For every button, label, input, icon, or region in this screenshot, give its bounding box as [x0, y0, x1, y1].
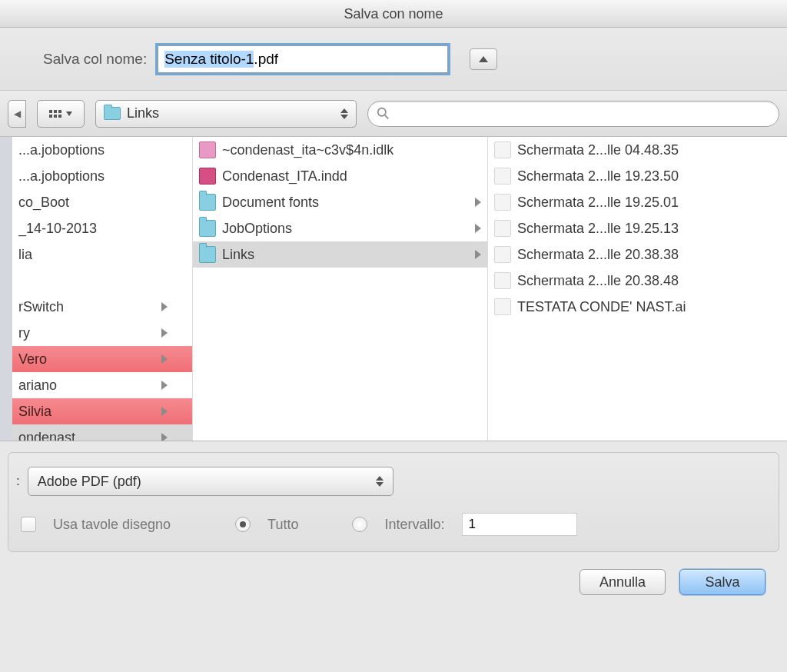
- range-input[interactable]: [462, 513, 577, 536]
- item-label: rSwitch: [18, 299, 157, 315]
- item-label: ...a.joboptions: [18, 168, 157, 185]
- file-icon: [494, 272, 511, 289]
- chevron-right-icon: [161, 302, 168, 311]
- chevron-right-icon: [161, 433, 168, 441]
- chevron-up-icon: [479, 56, 488, 62]
- item-label: JobOptions: [222, 221, 470, 237]
- item-label: Vero: [18, 351, 157, 368]
- item-label: lia: [18, 247, 157, 263]
- item-label: TESTATA CONDE' NAST.ai: [517, 299, 755, 315]
- folder-icon: [104, 107, 121, 120]
- folder-icon: [199, 220, 216, 237]
- list-item[interactable]: ~condenast_ita~c3v$4n.idlk: [193, 137, 487, 163]
- item-label: Schermata 2...lle 20.38.48: [517, 273, 755, 289]
- column-2[interactable]: ~condenast_ita~c3v$4n.idlkCondenast_ITA.…: [192, 137, 487, 441]
- list-item[interactable]: JobOptions: [193, 215, 487, 241]
- expand-toggle-button[interactable]: [470, 48, 497, 70]
- range-label: Intervallo:: [384, 517, 444, 533]
- list-item[interactable]: lia: [12, 241, 192, 268]
- filename-input[interactable]: [158, 45, 448, 73]
- list-item[interactable]: ariano: [12, 372, 192, 398]
- search-icon: [377, 107, 390, 120]
- item-label: ariano: [18, 378, 157, 394]
- chevron-right-icon: [161, 354, 168, 364]
- file-icon: [494, 246, 511, 263]
- use-artboards-checkbox[interactable]: [21, 517, 36, 532]
- format-value: Adobe PDF (pdf): [38, 474, 376, 490]
- list-item[interactable]: Condenast_ITA.indd: [193, 163, 487, 189]
- column-1[interactable]: ...a.joboptions...a.joboptionsco_Boot_14…: [0, 137, 192, 441]
- list-item[interactable]: Schermata 2...lle 19.25.13: [488, 215, 787, 241]
- list-item[interactable]: Schermata 2...lle 20.38.38: [488, 241, 787, 268]
- view-mode-button[interactable]: [37, 100, 85, 128]
- file-icon: [494, 194, 511, 211]
- list-item[interactable]: co_Boot: [12, 189, 192, 215]
- action-buttons: Annulla Salva: [0, 563, 787, 609]
- list-item[interactable]: _14-10-2013: [12, 215, 192, 241]
- item-label: Schermata 2...lle 19.25.01: [517, 195, 755, 211]
- item-label: Schermata 2...lle 20.38.38: [517, 247, 755, 263]
- folder-icon: [199, 246, 216, 263]
- file-icon: [494, 168, 511, 185]
- svg-line-1: [385, 115, 388, 118]
- save-button[interactable]: Salva: [679, 569, 765, 595]
- item-label: Schermata 2...lle 19.23.50: [517, 168, 755, 185]
- file-icon: [494, 141, 511, 158]
- options-panel: : Adobe PDF (pdf) Usa tavole disegno Tut…: [8, 452, 779, 552]
- browser-toolbar: ◀ Links: [0, 91, 787, 137]
- file-icon: [494, 298, 511, 315]
- svg-point-0: [378, 108, 386, 115]
- format-popup[interactable]: Adobe PDF (pdf): [28, 467, 394, 496]
- list-item[interactable]: Schermata 2...lle 19.25.01: [488, 189, 787, 215]
- search-input[interactable]: [367, 101, 779, 127]
- stepper-icon: [376, 476, 384, 487]
- list-item[interactable]: TESTATA CONDE' NAST.ai: [488, 294, 787, 320]
- all-radio[interactable]: [235, 517, 251, 532]
- location-popup[interactable]: Links: [95, 100, 357, 128]
- list-item[interactable]: ry: [12, 320, 192, 346]
- chevron-right-icon: [475, 198, 481, 207]
- save-name-row: Salva col nome:: [0, 28, 787, 91]
- list-item[interactable]: ondenast: [12, 424, 192, 441]
- chevron-right-icon: [161, 407, 168, 416]
- chevron-right-icon: [475, 224, 481, 233]
- list-item[interactable]: Schermata 2...lle 04.48.35: [488, 137, 787, 163]
- chevron-down-icon: [66, 111, 72, 116]
- list-item[interactable]: Silvia: [12, 398, 192, 424]
- list-item[interactable]: Vero: [12, 346, 192, 372]
- list-item[interactable]: ...a.joboptions: [12, 137, 192, 163]
- range-radio[interactable]: [352, 517, 367, 532]
- column-3[interactable]: Schermata 2...lle 04.48.35Schermata 2...…: [487, 137, 787, 441]
- dialog-title: Salva con nome: [0, 0, 787, 28]
- format-prefix: :: [16, 474, 20, 489]
- chevron-right-icon: [161, 381, 168, 390]
- grid-view-icon: [49, 110, 61, 118]
- cancel-button[interactable]: Annulla: [579, 569, 666, 595]
- list-item[interactable]: ...a.joboptions: [12, 163, 192, 189]
- use-artboards-label: Usa tavole disegno: [53, 517, 171, 533]
- item-label: Schermata 2...lle 04.48.35: [517, 142, 755, 158]
- save-name-label: Salva col nome:: [43, 51, 147, 68]
- list-item[interactable]: Schermata 2...lle 19.23.50: [488, 163, 787, 189]
- item-label: ondenast: [18, 430, 157, 441]
- item-label: Links: [222, 247, 470, 263]
- list-item[interactable]: rSwitch: [12, 294, 192, 320]
- chevron-right-icon: [475, 250, 481, 259]
- chevron-right-icon: [161, 328, 168, 338]
- file-icon: [199, 141, 216, 158]
- item-label: Condenast_ITA.indd: [222, 168, 481, 185]
- item-label: ...a.joboptions: [18, 142, 157, 158]
- list-item[interactable]: Links: [193, 241, 487, 268]
- item-label: co_Boot: [18, 195, 157, 211]
- location-label: Links: [127, 105, 334, 121]
- file-icon: [199, 168, 216, 185]
- file-icon: [494, 220, 511, 237]
- column-browser: ...a.joboptions...a.joboptionsco_Boot_14…: [0, 137, 787, 441]
- list-item[interactable]: Schermata 2...lle 20.38.48: [488, 268, 787, 294]
- list-item[interactable]: Document fonts: [193, 189, 487, 215]
- all-label: Tutto: [267, 517, 298, 533]
- stepper-icon: [340, 108, 348, 119]
- item-label: Silvia: [18, 404, 157, 420]
- nav-back-button[interactable]: ◀: [8, 100, 26, 128]
- item-label: _14-10-2013: [18, 221, 157, 237]
